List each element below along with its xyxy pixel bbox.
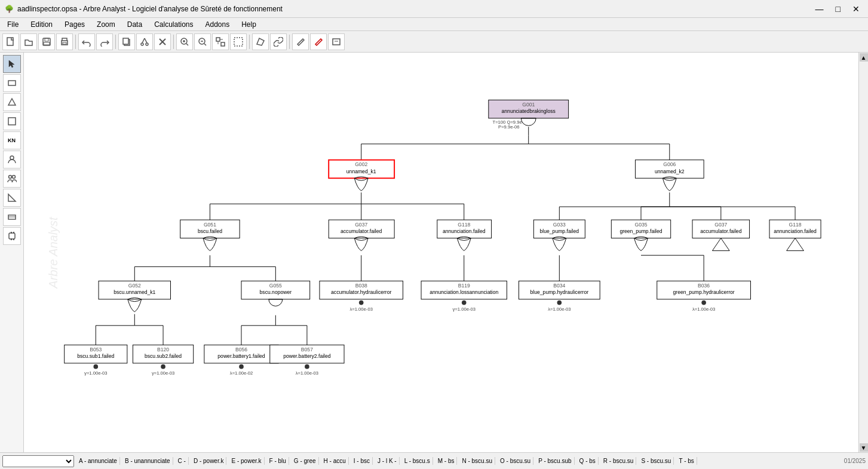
svg-rect-28 [333,39,340,45]
titlebar-controls[interactable]: — □ ✕ [812,3,863,15]
svg-text:G037: G037 [355,222,367,228]
tool-triangle[interactable] [3,93,21,111]
tool-rect2[interactable] [3,112,21,130]
tool-corner[interactable] [3,189,21,207]
menu-addons[interactable]: Addons [201,19,235,30]
svg-text:unnamed_k2: unnamed_k2 [655,168,685,174]
status-tab-s[interactable]: S - bscu.su [639,457,674,465]
status-tab-f[interactable]: F - blu [267,457,289,465]
svg-point-8 [141,43,143,45]
svg-text:bscu.sub2.failed: bscu.sub2.failed [145,353,182,359]
tool-kn[interactable]: KN [3,131,21,149]
toolbar-copy[interactable] [118,33,135,50]
status-tab-a[interactable]: A - annunciate [76,457,120,465]
svg-text:bscu.nopower: bscu.nopower [260,289,292,295]
toolbar-edit3[interactable] [328,33,345,50]
status-tab-p[interactable]: P - bscu.sub [536,457,574,465]
svg-point-160 [239,364,244,369]
statusbar-dropdown[interactable] [2,455,74,467]
svg-text:unnamed_k1: unnamed_k1 [346,168,376,174]
svg-text:λ=1.00e-03: λ=1.00e-03 [692,306,715,312]
menu-data[interactable]: Data [122,19,147,30]
svg-text:B056: B056 [235,347,247,352]
status-tab-q[interactable]: Q - bs [577,457,599,465]
svg-text:G033: G033 [553,222,566,228]
svg-rect-0 [7,38,13,45]
tool-rect[interactable] [3,74,21,92]
menu-help[interactable]: Help [237,19,261,30]
status-tab-l[interactable]: L - bscu.s [402,457,433,465]
toolbar-edit2[interactable] [310,33,327,50]
svg-text:annunciation.lossannunciation: annunciation.lossannunciation [430,289,498,295]
status-tab-o[interactable]: O - bscu.su [498,457,533,465]
svg-text:blue_pump.hydraulicerror: blue_pump.hydraulicerror [530,289,589,295]
menu-pages[interactable]: Pages [60,19,90,30]
menu-calculations[interactable]: Calculations [149,19,198,30]
toolbar-cut[interactable] [136,33,153,50]
svg-text:λ=1.00e-03: λ=1.00e-03 [350,306,373,312]
svg-point-145 [701,301,706,305]
svg-text:B038: B038 [355,283,367,289]
status-tab-m[interactable]: M - bs [435,457,458,465]
svg-text:B120: B120 [157,347,169,352]
toolbar-save[interactable] [38,33,55,50]
svg-rect-41 [13,232,14,234]
menu-edition[interactable]: Edition [26,19,57,30]
status-tab-d[interactable]: D - power.k [191,457,227,465]
svg-rect-1 [43,38,50,45]
svg-text:annunciation.failed: annunciation.failed [774,228,817,234]
toolbar-select-all[interactable] [230,33,247,50]
toolbar-undo[interactable] [78,33,95,50]
toolbar-zoom-out[interactable] [194,33,211,50]
toolbar-eraser[interactable] [252,33,269,50]
menu-file[interactable]: File [2,19,23,30]
status-tab-b[interactable]: B - unannunciate [122,457,173,465]
svg-text:G051: G051 [204,222,216,228]
status-tab-g[interactable]: G - gree [292,457,319,465]
svg-point-130 [359,301,364,305]
svg-marker-36 [8,194,16,201]
menu-zoom[interactable]: Zoom [92,19,120,30]
status-tab-r[interactable]: R - bscu.su [601,457,637,465]
svg-point-140 [557,301,562,305]
svg-text:accumulator.failed: accumulator.failed [341,228,382,234]
toolbar-new[interactable] [2,33,19,50]
minimize-button[interactable]: — [812,3,827,15]
toolbar-delete[interactable] [154,33,171,50]
svg-rect-32 [8,118,16,125]
svg-text:accumulator.hydraulicerror: accumulator.hydraulicerror [331,289,391,295]
toolbar-print[interactable] [56,33,73,50]
status-tab-t[interactable]: T - bs [676,457,697,465]
svg-text:G052: G052 [128,283,141,289]
tool-select[interactable] [3,55,21,73]
svg-text:G035: G035 [634,222,647,228]
toolbar-zoom-in[interactable] [176,33,193,50]
tool-plugin[interactable] [3,227,21,245]
svg-text:annunciation.failed: annunciation.failed [443,228,486,234]
tool-rect3[interactable] [3,208,21,226]
toolbar-redo[interactable] [96,33,113,50]
canvas-area[interactable]: Arbre Analyst [24,53,858,452]
tool-persons[interactable] [3,170,21,188]
svg-text:B034: B034 [553,283,565,289]
maximize-button[interactable]: □ [832,3,844,15]
status-tab-c[interactable]: C - [176,457,189,465]
svg-text:B036: B036 [698,283,710,289]
tool-person[interactable] [3,151,21,168]
toolbar-edit1[interactable] [292,33,309,50]
toolbar-fit[interactable] [212,33,229,50]
status-tab-n[interactable]: N - bscu.su [459,457,495,465]
right-scrollbar[interactable]: ▲ ▼ [858,53,868,452]
svg-marker-26 [257,38,264,45]
status-tab-j[interactable]: J - l K - [375,457,400,465]
status-tab-h[interactable]: H - accu [321,457,349,465]
svg-rect-43 [13,238,14,240]
toolbar-open[interactable] [20,33,37,50]
svg-text:power.battery2.failed: power.battery2.failed [283,353,331,359]
app-icon: 🌳 [5,5,14,13]
status-tab-e[interactable]: E - power.k [229,457,264,465]
toolbar-link[interactable] [270,33,287,50]
status-tab-i[interactable]: I - bsc [351,457,373,465]
close-button[interactable]: ✕ [849,3,863,15]
svg-rect-42 [11,238,12,240]
